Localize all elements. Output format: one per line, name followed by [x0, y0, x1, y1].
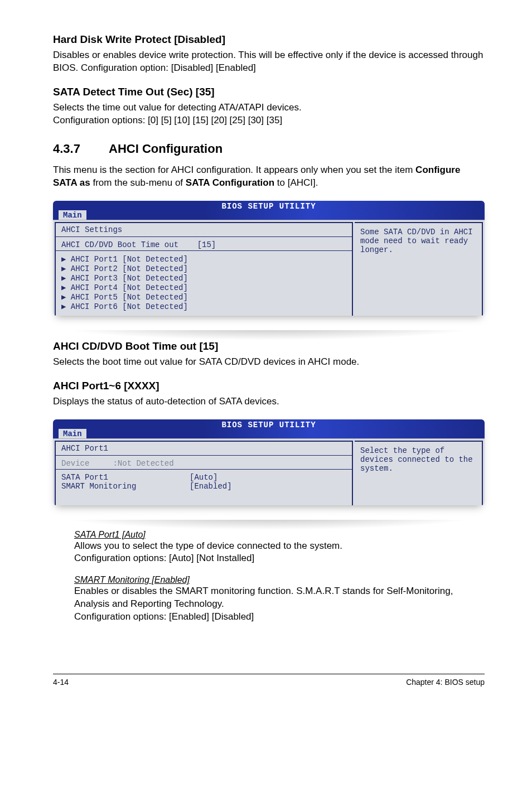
- subitem-title: SATA Port1 [Auto]: [74, 530, 485, 540]
- bios-header: BIOS SETUP UTILITY Main: [53, 419, 485, 438]
- bios-body: AHCI Settings AHCI CD/DVD Boot Time out …: [53, 220, 485, 316]
- section-heading-ahci-configuration: 4.3.7AHCI Configuration: [53, 142, 485, 156]
- triangle-right-icon: ▶: [61, 255, 71, 264]
- triangle-right-icon: ▶: [61, 293, 71, 302]
- divider: [56, 455, 352, 456]
- panel-shadow: [53, 330, 485, 340]
- bios-subheading: AHCI Settings: [61, 225, 346, 234]
- row-value: [15]: [197, 240, 216, 249]
- text-span: This menu is the section for AHCI config…: [53, 165, 415, 175]
- body-hard-disk-write-protect: Disables or enables device write protect…: [53, 49, 485, 75]
- text-line: Selects the time out value for detecting…: [53, 102, 302, 113]
- text-line: Configuration options: [Enabled] [Disabl…: [74, 611, 485, 624]
- bios-submenu-port[interactable]: ▶ AHCI Port1 [Not Detected]: [61, 254, 346, 264]
- bios-tab-main[interactable]: Main: [59, 429, 86, 438]
- bios-tab-main[interactable]: Main: [59, 210, 86, 220]
- bios-row-sata-port1[interactable]: SATA Port1[Auto]: [61, 473, 346, 482]
- port-label: AHCI Port5 [Not Detected]: [71, 293, 188, 302]
- bios-submenu-port[interactable]: ▶ AHCI Port2 [Not Detected]: [61, 264, 346, 273]
- row-label: SMART Monitoring: [61, 482, 190, 491]
- body-ahci-port-range: Displays the status of auto-detection of…: [53, 395, 485, 408]
- row-label: SATA Port1: [61, 473, 190, 482]
- bios-panel-ahci-port1: BIOS SETUP UTILITY Main AHCI Port1 Devic…: [53, 419, 485, 505]
- divider: [56, 469, 352, 470]
- bios-subheading: AHCI Port1: [61, 444, 346, 453]
- chapter-label: Chapter 4: BIOS setup: [406, 678, 485, 687]
- panel-shadow: [53, 520, 485, 530]
- text-line: Configuration options: [0] [5] [10] [15]…: [53, 115, 282, 125]
- bios-submenu-port[interactable]: ▶ AHCI Port4 [Not Detected]: [61, 283, 346, 292]
- text-bold: SATA Configuration: [186, 177, 274, 188]
- section-title: AHCI Configuration: [109, 142, 223, 156]
- bios-help-pane: Some SATA CD/DVD in AHCI mode need to wa…: [355, 222, 483, 316]
- bios-row-device: Device :Not Detected: [61, 459, 346, 468]
- bios-row-boot-time-out[interactable]: AHCI CD/DVD Boot Time out [15]: [61, 240, 346, 249]
- triangle-right-icon: ▶: [61, 274, 71, 283]
- heading-ahci-port-range: AHCI Port1~6 [XXXX]: [53, 380, 485, 392]
- bios-submenu-port[interactable]: ▶ AHCI Port5 [Not Detected]: [61, 292, 346, 302]
- bios-help-pane: Select the type of devices connected to …: [355, 441, 483, 505]
- bios-submenu-port[interactable]: ▶ AHCI Port6 [Not Detected]: [61, 302, 346, 311]
- divider: [56, 250, 352, 251]
- row-value: :Not Detected: [113, 459, 173, 468]
- text-span: from the sub-menu of: [90, 177, 186, 188]
- triangle-right-icon: ▶: [61, 264, 71, 273]
- bios-row-smart-monitoring[interactable]: SMART Monitoring[Enabled]: [61, 482, 346, 491]
- text-line: Allows you to select the type of device …: [74, 540, 485, 553]
- body-ahci-boot-time-out: Selects the boot time out value for SATA…: [53, 356, 485, 369]
- triangle-right-icon: ▶: [61, 283, 71, 292]
- subitem-smart-monitoring: SMART Monitoring [Enabled] Enables or di…: [53, 575, 485, 624]
- bios-header-title: BIOS SETUP UTILITY: [53, 419, 485, 430]
- port-label: AHCI Port4 [Not Detected]: [71, 283, 188, 292]
- section-number: 4.3.7: [53, 142, 109, 156]
- bios-left-pane: AHCI Port1 Device :Not Detected SATA Por…: [55, 441, 353, 505]
- page-number: 4-14: [53, 678, 69, 687]
- heading-hard-disk-write-protect: Hard Disk Write Protect [Disabled]: [53, 33, 485, 46]
- row-label: Device: [61, 459, 89, 468]
- body-sata-detect-timeout: Selects the time out value for detecting…: [53, 102, 485, 127]
- port-label: AHCI Port6 [Not Detected]: [71, 302, 188, 311]
- row-value: [Enabled]: [190, 482, 232, 491]
- bios-left-pane: AHCI Settings AHCI CD/DVD Boot Time out …: [55, 222, 353, 316]
- bios-submenu-port[interactable]: ▶ AHCI Port3 [Not Detected]: [61, 273, 346, 283]
- page-footer: 4-14 Chapter 4: BIOS setup: [53, 674, 485, 687]
- row-label: AHCI CD/DVD Boot Time out: [61, 240, 178, 249]
- text-line: Configuration options: [Auto] [Not Insta…: [74, 552, 485, 565]
- port-label: AHCI Port3 [Not Detected]: [71, 274, 188, 283]
- bios-panel-ahci-settings: BIOS SETUP UTILITY Main AHCI Settings AH…: [53, 201, 485, 316]
- bios-header-title: BIOS SETUP UTILITY: [53, 201, 485, 211]
- heading-ahci-boot-time-out: AHCI CD/DVD Boot Time out [15]: [53, 340, 485, 352]
- bios-body: AHCI Port1 Device :Not Detected SATA Por…: [53, 438, 485, 505]
- port-label: AHCI Port2 [Not Detected]: [71, 264, 188, 273]
- port-label: AHCI Port1 [Not Detected]: [71, 255, 188, 264]
- subitem-sata-port1: SATA Port1 [Auto] Allows you to select t…: [53, 530, 485, 566]
- section-intro-text: This menu is the section for AHCI config…: [53, 164, 485, 190]
- subitem-title: SMART Monitoring [Enabled]: [74, 575, 485, 585]
- row-value: [Auto]: [190, 473, 217, 482]
- triangle-right-icon: ▶: [61, 302, 71, 311]
- divider: [56, 236, 352, 237]
- heading-sata-detect-timeout: SATA Detect Time Out (Sec) [35]: [53, 86, 485, 98]
- text-line: Enables or disables the SMART monitoring…: [74, 585, 485, 611]
- text-span: to [AHCI].: [274, 177, 318, 188]
- bios-header: BIOS SETUP UTILITY Main: [53, 201, 485, 220]
